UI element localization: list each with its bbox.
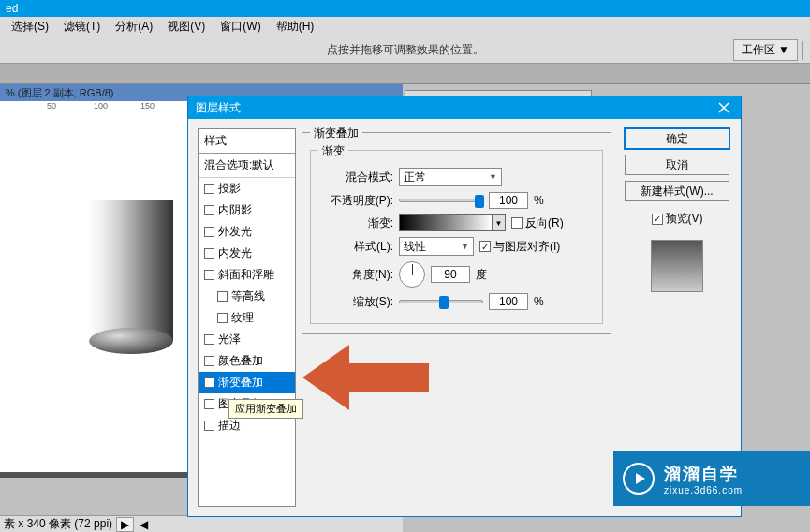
blend-defaults[interactable]: 混合选项:默认: [199, 154, 295, 178]
scale-label: 缩放(S):: [318, 294, 393, 310]
cylinder-shape: [89, 200, 173, 355]
gradient-dropdown-button[interactable]: ▼: [493, 214, 506, 231]
play-icon: [623, 463, 655, 495]
watermark-title: 溜溜自学: [664, 463, 743, 485]
close-icon: [718, 102, 729, 113]
group-title: 渐变叠加: [310, 126, 362, 141]
preview-checkbox[interactable]: 预览(V): [652, 211, 703, 227]
close-button[interactable]: [707, 96, 741, 119]
scroll-left-icon[interactable]: ◀: [140, 518, 148, 531]
style-gradient-overlay[interactable]: 渐变叠加: [199, 372, 295, 393]
styles-list-panel: 样式 混合选项:默认 投影 内阴影 外发光 内发光 斜面和浮雕 等高线 纹理 光…: [198, 128, 296, 507]
menu-filter[interactable]: 滤镜(T): [56, 17, 108, 37]
options-hint: 点按并拖移可调整效果的位置。: [82, 42, 729, 58]
cancel-button[interactable]: 取消: [625, 155, 729, 175]
checkbox-icon[interactable]: [204, 334, 214, 345]
watermark-url: zixue.3d66.com: [664, 485, 743, 495]
angle-input[interactable]: [431, 266, 470, 283]
workspace-button[interactable]: 工作区 ▼: [733, 39, 798, 61]
checkbox-icon[interactable]: [217, 291, 228, 302]
style-color-overlay[interactable]: 颜色叠加: [199, 350, 295, 372]
styles-header[interactable]: 样式: [199, 129, 295, 154]
app-title-bar: ed: [0, 0, 810, 17]
checkbox-icon[interactable]: [204, 227, 214, 237]
style-label: 样式(L):: [318, 239, 393, 255]
ok-button[interactable]: 确定: [625, 128, 729, 149]
gradient-preview[interactable]: [399, 214, 493, 231]
gradient-inner-group: 渐变 混合模式: 正常 ▼ 不透明度(P):: [310, 150, 603, 324]
style-inner-shadow[interactable]: 内阴影: [199, 200, 295, 221]
status-bar: 素 x 340 像素 (72 ppi) ▶ ◀: [0, 515, 403, 532]
preview-swatch: [651, 240, 703, 292]
checkbox-icon[interactable]: [204, 421, 214, 431]
scale-slider[interactable]: [399, 300, 483, 303]
status-text: 素 x 340 像素 (72 ppi): [4, 516, 112, 532]
blend-mode-label: 混合模式:: [318, 170, 393, 185]
checkbox-icon[interactable]: [204, 356, 214, 366]
gradient-overlay-group: 渐变叠加 渐变 混合模式: 正常 ▼ 不透明度(P):: [302, 132, 611, 334]
gradient-label: 渐变:: [318, 215, 393, 231]
menu-bar: 选择(S) 滤镜(T) 分析(A) 视图(V) 窗口(W) 帮助(H): [0, 17, 810, 37]
menu-select[interactable]: 选择(S): [4, 17, 56, 37]
scale-input[interactable]: [489, 293, 528, 310]
opacity-label: 不透明度(P):: [318, 193, 393, 209]
tooltip: 应用渐变叠加: [228, 399, 303, 419]
checkbox-icon: [652, 214, 663, 225]
checkbox-icon[interactable]: [217, 313, 228, 323]
gradient-style-select[interactable]: 线性 ▼: [399, 237, 474, 256]
reverse-checkbox[interactable]: 反向(R): [511, 215, 564, 231]
settings-panel: 渐变叠加 渐变 混合模式: 正常 ▼ 不透明度(P):: [296, 119, 617, 516]
dialog-titlebar[interactable]: 图层样式: [188, 96, 741, 119]
style-satin[interactable]: 光泽: [199, 329, 295, 350]
dialog-title: 图层样式: [196, 100, 241, 116]
chevron-down-icon: ▼: [489, 172, 497, 182]
align-checkbox[interactable]: 与图层对齐(I): [479, 239, 560, 255]
style-texture[interactable]: 纹理: [199, 307, 295, 329]
angle-label: 角度(N):: [318, 267, 393, 283]
checkbox-icon[interactable]: [204, 377, 214, 388]
checkbox-icon[interactable]: [204, 399, 214, 409]
app-title: ed: [6, 2, 18, 15]
style-contour[interactable]: 等高线: [199, 286, 295, 307]
blend-mode-select[interactable]: 正常 ▼: [399, 168, 502, 186]
style-outer-glow[interactable]: 外发光: [199, 221, 295, 243]
menu-window[interactable]: 窗口(W): [213, 17, 268, 37]
checkbox-icon[interactable]: [204, 205, 214, 215]
style-drop-shadow[interactable]: 投影: [199, 178, 295, 200]
inner-title: 渐变: [318, 143, 348, 159]
opacity-slider[interactable]: [399, 199, 483, 202]
checkbox-icon[interactable]: [204, 248, 214, 259]
opacity-input[interactable]: [489, 192, 528, 209]
menu-analyze[interactable]: 分析(A): [108, 17, 160, 37]
menu-help[interactable]: 帮助(H): [269, 17, 322, 37]
angle-dial[interactable]: [399, 261, 425, 288]
checkbox-icon: [479, 241, 491, 252]
checkbox-icon[interactable]: [204, 270, 214, 280]
checkbox-icon: [511, 217, 523, 229]
options-bar: 点按并拖移可调整效果的位置。 工作区 ▼: [0, 37, 810, 64]
style-inner-glow[interactable]: 内发光: [199, 243, 295, 264]
chevron-down-icon: ▼: [461, 242, 469, 251]
checkbox-icon[interactable]: [204, 184, 214, 194]
new-style-button[interactable]: 新建样式(W)...: [625, 181, 729, 201]
status-arrow-icon[interactable]: ▶: [116, 517, 134, 532]
style-bevel[interactable]: 斜面和浮雕: [199, 264, 295, 286]
menu-view[interactable]: 视图(V): [160, 17, 213, 37]
watermark: 溜溜自学 zixue.3d66.com: [613, 451, 810, 506]
